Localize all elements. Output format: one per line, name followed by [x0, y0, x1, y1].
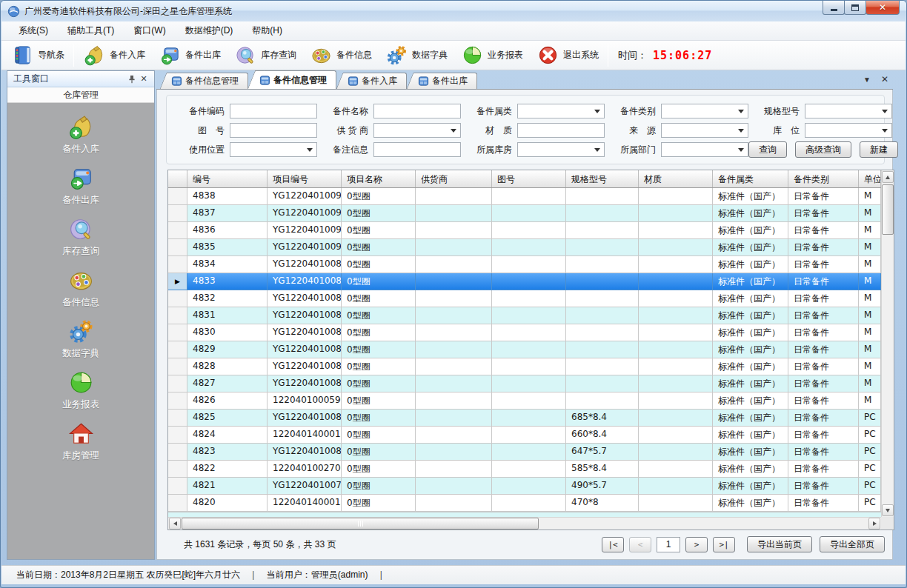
spec-model-select[interactable] — [805, 104, 892, 118]
sidebar-item-business-report[interactable]: 业务报表 — [36, 369, 125, 420]
toolbar-stock-query-button[interactable]: 库存查询 — [227, 42, 303, 69]
table-row[interactable]: ▶ 4827 YG12204010082 0型圈 标准件（国产） 日常备件 — [168, 375, 881, 392]
table-row[interactable]: ▶ 4828 YG12204010083 0型圈 标准件（国产） 日常备件 — [168, 358, 881, 375]
sidebar-item-stock-query[interactable]: 库存查询 — [36, 216, 125, 267]
column-header[interactable]: 单位 — [859, 170, 881, 187]
table-row[interactable]: ▶ 4838 YG12204010093 0型圈 标准件（国产） 日常备件 — [168, 188, 881, 205]
row-selector-cell[interactable]: ▶ — [168, 324, 187, 341]
menu-item[interactable]: 系统(S) — [9, 21, 58, 40]
menu-item[interactable]: 数据维护(D) — [176, 21, 243, 40]
column-header[interactable]: 项目编号 — [268, 170, 342, 187]
figure-no-input[interactable] — [230, 123, 317, 138]
table-row[interactable]: ▶ 4825 YG12204010081 0型圈 685*8.4 标准件（国产）… — [168, 410, 881, 427]
row-selector-cell[interactable]: ▶ — [168, 358, 187, 375]
document-tab[interactable]: 备件出库 — [413, 73, 477, 89]
table-row[interactable]: ▶ 4822 1220401002700 0型圈 585*8.4 标准件（国产）… — [168, 461, 881, 478]
part-class-select[interactable] — [517, 104, 605, 118]
tab-list-dropdown-icon[interactable]: ▼ — [862, 74, 872, 84]
new-button[interactable]: 新建 — [860, 141, 898, 158]
row-selector-cell[interactable]: ▶ — [168, 273, 187, 290]
warehouse-select[interactable] — [517, 142, 605, 157]
row-selector-cell[interactable]: ▶ — [168, 427, 187, 444]
row-selector-cell[interactable]: ▶ — [168, 239, 187, 256]
table-row[interactable]: ▶ 4823 YG12204010080 0型圈 647*5.7 标准件（国产）… — [168, 444, 881, 461]
column-header[interactable]: 备件类别 — [788, 170, 859, 187]
sidebar-item-parts-inbound[interactable]: 备件入库 — [36, 113, 125, 164]
row-selector-cell[interactable]: ▶ — [168, 375, 187, 392]
column-header[interactable]: 项目名称 — [342, 170, 416, 187]
chevron-down-icon[interactable] — [304, 144, 316, 156]
sidebar-item-parts-outbound[interactable]: 备件出库 — [36, 164, 125, 216]
table-row[interactable]: ▶ 4833 YG12204010088 0型圈 标准件（国产） 日常备件 — [168, 273, 881, 290]
chevron-down-icon[interactable] — [735, 105, 747, 117]
chevron-down-icon[interactable] — [591, 144, 603, 156]
tab-close-icon[interactable]: ✕ — [880, 74, 890, 84]
toolbar-parts-inbound-button[interactable]: 备件入库 — [76, 42, 152, 69]
toolbar-business-report-button[interactable]: 业务报表 — [454, 42, 530, 69]
source-select[interactable] — [661, 123, 748, 138]
row-selector-cell[interactable]: ▶ — [168, 461, 187, 478]
table-row[interactable]: ▶ 4826 1220401000599 0型圈 标准件（国产） 日常备件 — [168, 392, 881, 410]
row-selector-cell[interactable]: ▶ — [168, 478, 187, 495]
close-button[interactable]: ✕ — [866, 1, 900, 15]
table-row[interactable]: ▶ 4821 YG12204010079 0型圈 490*5.7 标准件（国产）… — [168, 478, 881, 495]
chevron-down-icon[interactable] — [735, 144, 747, 156]
row-selector-cell[interactable]: ▶ — [168, 256, 187, 273]
document-tab[interactable]: 备件入库 — [343, 73, 407, 89]
row-selector-cell[interactable]: ▶ — [168, 188, 187, 205]
scroll-up-button[interactable] — [882, 171, 894, 183]
remark-input[interactable] — [373, 142, 461, 157]
part-name-input[interactable] — [373, 104, 461, 118]
bin-location-select[interactable] — [805, 123, 892, 138]
toolbar-parts-info-button[interactable]: 备件信息 — [303, 42, 379, 69]
column-header[interactable]: 图号 — [492, 170, 566, 187]
row-selector-cell[interactable]: ▶ — [168, 307, 187, 324]
page-number-input[interactable]: 1 — [657, 537, 680, 552]
row-selector-cell[interactable]: ▶ — [168, 410, 187, 427]
sidebar-item-warehouse-mgmt[interactable]: 库房管理 — [36, 420, 125, 471]
chevron-down-icon[interactable] — [735, 124, 747, 136]
table-row[interactable]: ▶ 4820 1220401400013 0型圈 470*8 标准件（国产） 日… — [168, 495, 881, 512]
document-tab[interactable]: 备件信息管理 — [167, 73, 248, 89]
row-selector-cell[interactable]: ▶ — [168, 392, 187, 410]
horizontal-scroll-thumb[interactable] — [182, 518, 539, 529]
row-selector-cell[interactable]: ▶ — [168, 495, 187, 512]
row-selector-cell[interactable]: ▶ — [168, 444, 187, 461]
column-header[interactable]: 规格型号 — [566, 170, 639, 187]
last-page-button[interactable]: >| — [713, 537, 735, 552]
chevron-down-icon[interactable] — [591, 105, 603, 117]
part-type-select[interactable] — [661, 104, 748, 118]
query-button[interactable]: 查询 — [748, 141, 787, 158]
prev-page-button[interactable]: < — [629, 537, 651, 552]
table-row[interactable]: ▶ 4831 YG12204010086 0型圈 标准件（国产） 日常备件 — [168, 307, 881, 324]
vertical-scrollbar[interactable] — [881, 170, 894, 517]
scroll-right-button[interactable] — [868, 518, 880, 529]
horizontal-scrollbar[interactable] — [168, 517, 881, 529]
menu-item[interactable]: 辅助工具(T) — [58, 21, 124, 40]
chevron-down-icon[interactable] — [879, 105, 891, 117]
material-input[interactable] — [517, 123, 605, 138]
table-row[interactable]: ▶ 4837 YG12204010092 0型圈 标准件（国产） 日常备件 — [168, 205, 881, 222]
table-row[interactable]: ▶ 4835 YG12204010090 0型圈 标准件（国产） 日常备件 — [168, 239, 881, 256]
first-page-button[interactable]: |< — [602, 537, 624, 552]
row-selector-cell[interactable]: ▶ — [168, 290, 187, 307]
toolbar-parts-outbound-button[interactable]: 备件出库 — [152, 42, 227, 69]
column-header[interactable]: 供货商 — [416, 170, 492, 187]
toolbar-navigator-button[interactable]: 导航条 — [4, 42, 71, 69]
chevron-down-icon[interactable] — [448, 124, 459, 136]
pin-button[interactable] — [126, 73, 138, 85]
department-select[interactable] — [661, 142, 748, 157]
usage-position-select[interactable] — [230, 142, 317, 157]
part-code-input[interactable] — [230, 104, 317, 118]
minimize-button[interactable] — [823, 1, 845, 15]
advanced-query-button[interactable]: 高级查询 — [795, 141, 851, 158]
menu-item[interactable]: 帮助(H) — [242, 21, 292, 40]
row-selector-cell[interactable]: ▶ — [168, 222, 187, 239]
table-row[interactable]: ▶ 4834 YG12204010089 0型圈 标准件（国产） 日常备件 — [168, 256, 881, 273]
table-row[interactable]: ▶ 4830 YG12204010085 0型圈 标准件（国产） 日常备件 — [168, 324, 881, 341]
export-all-pages-button[interactable]: 导出全部页 — [820, 536, 885, 552]
vertical-scroll-thumb[interactable] — [882, 184, 894, 235]
sidebar-item-data-dictionary[interactable]: 数据字典 — [36, 318, 125, 369]
sidebar-item-parts-info[interactable]: 备件信息 — [36, 267, 125, 318]
maximize-button[interactable] — [844, 1, 866, 15]
